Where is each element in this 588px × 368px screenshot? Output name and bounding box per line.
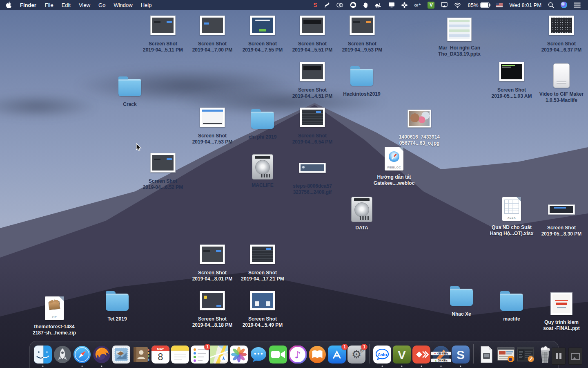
ss-755-thumbnail [250,11,275,40]
desktop-icon-ss-700[interactable]: Screen Shot 2019-04...7.00 PM [185,11,239,53]
dock-itunes[interactable]: ♪ [289,346,307,364]
status-hand-icon[interactable] [360,0,372,10]
desktop-icon-nhac-xe[interactable]: Nhac Xe [434,281,488,317]
desktop-icon-ss-551[interactable]: Screen Shot 2019-04...5.51 PM [285,11,339,53]
dock-launchpad[interactable] [53,346,71,364]
desktop-icon-quy-trinh[interactable]: Quy trinh kiem soat -FINAL.ppt [535,289,588,332]
desktop-icon-hackintosh[interactable]: Hackintosh2019 [335,61,389,97]
desktop-icon-jpg-photo[interactable]: 1400616_7433914 056774...63_o.jpg [392,104,446,146]
desktop-icon-xlsx[interactable]: XLSXQua ND cho Suất Hang Hộ...OT).xlsx [485,194,539,237]
hackintosh-thumbnail [350,61,373,90]
desktop-icon-ss-103[interactable]: Screen Shot 2019-05...1.03 AM [485,57,539,99]
ss-801-label: Screen Shot 2019-04...8.01 PM [192,270,233,282]
dock-net-speed[interactable]: ▼ 436 KB/s▲ 59 KB/s [432,346,450,364]
pause-button[interactable] [552,348,566,365]
desktop-icon-ss-830[interactable]: Screen Shot 2019-05...8.30 PM [535,195,588,237]
menu-window[interactable]: Window [109,2,136,8]
ss-801-thumbnail [200,240,225,269]
dock-appstore[interactable]: 1 [328,346,346,364]
menu-go[interactable]: Go [94,2,109,8]
status-infinity-plus-icon[interactable]: ∞⁺ [411,0,425,10]
dock-mail[interactable] [112,346,130,364]
desktop-icon-ss-654[interactable]: Screen Shot 2019-04...6.54 PM [285,103,339,145]
desktop-icon-ss-1721[interactable]: Screen Shot 2019-04...17.21 PM [236,240,290,282]
desktop-icon-chi-phi[interactable]: chi phi 2019 [236,104,290,140]
maclife-folder-label: maclife [503,316,520,322]
dock-system-preferences[interactable]: ⚙⚙1 [347,346,365,364]
status-v-input-icon[interactable]: V [424,0,438,10]
desktop-icon-crack[interactable]: Crack [103,71,157,108]
ss-652-label: Screen Shot 2019-04...6.52 PM [143,178,183,191]
dock-min-document[interactable] [477,346,495,364]
desktop-icon-ss-511[interactable]: Screen Shot 2019-04...5.11 PM [136,11,190,53]
dock-books[interactable] [308,346,326,364]
notification-center-button[interactable] [570,0,584,10]
dock-zalo[interactable]: Zalo [373,346,391,364]
status-cloud-sync-icon[interactable] [347,0,360,10]
status-airplay-icon[interactable] [438,0,451,10]
desktop-icon-gif-maker[interactable]: Video to GIF Maker 1.0.53-Maclife [535,61,588,103]
dock-snagit[interactable]: S [452,346,470,364]
desktop-icon-ss-818[interactable]: Screen Shot 2019-04...8.18 PM [185,286,239,328]
dock-messages[interactable] [249,346,267,364]
dock-min-firefox-window[interactable] [497,346,515,364]
menu-bar-clock[interactable]: Wed 8:01 PM [506,2,545,8]
desktop-icon-ss-451[interactable]: Screen Shot 2019-04...4.51 PM [285,57,339,99]
desktop-icon-ss-637[interactable]: Screen Shot 2019-04...6.37 PM [535,11,588,53]
desktop-icon-ss-953[interactable]: Screen Shot 2019-04...9.53 PM [335,11,389,53]
dock-safari[interactable] [73,346,91,364]
menu-edit[interactable]: Edit [58,2,75,8]
status-forklift-icon[interactable] [372,0,385,10]
status-display-icon[interactable] [385,0,398,10]
desktop-icon-ss-801[interactable]: Screen Shot 2019-04...8.01 PM [185,240,239,282]
desktop-icon-webloc[interactable]: WEBLOCHướng dẫn tắt Gatekee....webloc [367,144,421,186]
status-creative-cloud-icon[interactable] [333,0,347,10]
dock-min-dark-window[interactable] [517,346,535,364]
dock-red-arrows[interactable] [412,346,430,364]
status-wand-tool-icon[interactable] [321,0,333,10]
desktop-icon-maclife-drive[interactable]: MACLIFE [236,152,290,188]
ss-753-label: Screen Shot 2019-04...7.53 PM [192,133,233,145]
desktop-icon-ss-755[interactable]: Screen Shot 2019-04...7.55 PM [236,11,290,53]
desktop-icon-ss-652[interactable]: Screen Shot 2019-04...6.52 PM [136,148,190,191]
dock-contacts[interactable] [132,346,150,364]
battery-status[interactable]: 85% [464,2,493,8]
menu-file[interactable]: File [41,2,58,8]
desktop-icon-steps-gif[interactable]: steps-8006dca57 323756...2409.gif [285,153,339,195]
status-fan-icon[interactable] [398,0,411,10]
apple-menu[interactable] [0,2,16,8]
dock-firefox[interactable] [93,346,111,364]
desktop-icon-zip[interactable]: ZIPthemeforest-1484 2187-sh...heme.zip [27,294,81,336]
xlsx-thumbnail: XLSX [502,194,521,224]
dock-reminders[interactable]: 1 [191,346,209,364]
dock-notes[interactable] [171,346,189,364]
spotlight-button[interactable] [545,0,557,10]
dock-finder[interactable] [34,346,52,364]
dock-facetime[interactable] [269,346,287,364]
dock-maps[interactable] [210,346,228,364]
notification-badge: 1 [361,344,368,350]
desktop-icon-data-drive[interactable]: DATA [335,195,389,231]
siri-button[interactable] [557,0,570,10]
frames-button[interactable] [568,348,582,365]
desktop-icon-pptx[interactable]: Mar_Hoi nghi Can Tho_DX18.19.pptx [432,15,486,57]
notification-badge: 1 [204,344,211,350]
ss-103-label: Screen Shot 2019-05...1.03 AM [492,87,532,99]
dock-evkey[interactable]: V [393,346,411,364]
desktop: FinderFileEditViewGoWindowHelp S∞⁺V 85% … [0,0,588,368]
dock-photos[interactable] [230,346,248,364]
desktop-icon-ss-753[interactable]: Screen Shot 2019-04...7.53 PM [185,103,239,145]
desktop-icon-tet-2019[interactable]: Tet 2019 [90,286,144,322]
menu-help[interactable]: Help [137,2,156,8]
pptx-label: Mar_Hoi nghi Can Tho_DX18.19.pptx [438,45,481,57]
menu-view[interactable]: View [75,2,94,8]
input-source-flag-icon[interactable] [496,3,503,7]
pause-icon [556,353,561,359]
status-wifi-icon[interactable] [451,0,464,10]
menu-finder[interactable]: Finder [16,2,41,8]
desktop-icon-maclife-folder[interactable]: maclife [485,286,539,322]
dock-calendar[interactable]: MAY8 [151,346,169,364]
desktop-icon-ss-549[interactable]: Screen Shot 2019-04...5.49 PM [236,286,290,328]
battery-icon [480,2,490,8]
status-s-app-icon[interactable]: S [310,0,320,10]
